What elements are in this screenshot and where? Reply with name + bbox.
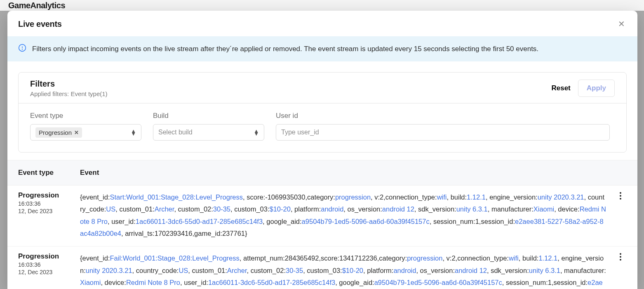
filter-user-id: User id [276,112,610,141]
event-value: android 12 [455,267,487,274]
svg-point-2 [22,49,23,49]
event-value: 1ac66011-3dc6-55d0-ad17-285e685c14f3 [136,218,263,225]
event-text: , custom_01: [188,267,227,274]
event-text: , custom_02: [247,267,286,274]
event-text: , session_num:1,session_id: [502,279,588,286]
kebab-icon[interactable] [620,192,621,200]
row-meta: Progression16:03:3612, Dec 2023 [18,252,80,275]
chevron-updown-icon: ▲▼ [131,129,136,135]
event-text: , device: [554,205,579,213]
event-text: , engine_version: [486,193,538,201]
event-text: , attempt_num:284365492,score:1341712236… [240,254,407,262]
user-id-input[interactable] [281,129,604,136]
events-table-header: Event type Event [7,160,637,186]
event-value: progression [335,193,371,201]
event-text: , v:2,connection_type: [442,254,509,262]
event-value: US [179,267,188,274]
col-header-event-type: Event type [18,169,80,177]
event-type-select[interactable]: Progression ✕ ▲▼ [30,124,141,141]
info-icon [18,44,26,54]
event-text: , manufacturer: [488,205,534,213]
build-select[interactable]: Select build ▲▼ [153,124,264,141]
row-time: 16:03:36 [18,261,80,268]
event-value: unity 2020.3.21 [538,193,584,201]
event-text: {event_id: [80,254,110,262]
background-app-bar: GameAnalytics [0,0,644,11]
event-text: , platform: [291,205,321,213]
info-banner-text: Filters only impact incoming events on t… [32,45,538,53]
row-actions [614,191,627,200]
filters-actions: Reset Apply [551,80,615,97]
modal-header: Live events ✕ [7,11,637,36]
event-value: Xiaomi [534,205,554,213]
event-text: , session_num:1,session_id: [430,218,515,225]
row-actions [614,252,627,261]
event-value: 1.12.1 [538,254,557,262]
filters-applied-label: Applied filters: Event type(1) [30,90,108,97]
event-value: 1.12.1 [467,193,486,201]
build-placeholder: Select build [158,129,193,136]
row-date: 12, Dec 2023 [18,208,80,214]
kebab-icon[interactable] [620,253,621,261]
event-text: , custom_03: [303,267,342,274]
filter-event-type: Event type Progression ✕ ▲▼ [30,112,141,141]
event-value: android [393,267,416,274]
modal-title: Live events [18,19,62,29]
filter-build-label: Build [153,112,264,120]
event-value: unity 6.3.1 [456,205,488,213]
event-value: android [321,205,343,213]
event-text: , manufacturer: [560,267,606,274]
info-banner: Filters only impact incoming events on t… [7,36,637,61]
live-events-modal: Live events ✕ Filters only impact incomi… [7,11,637,289]
event-text: , build: [447,193,467,201]
user-id-input-wrap [276,124,610,141]
event-text: , sdk_version: [414,205,456,213]
events-rows: Progression16:03:3612, Dec 2023{event_id… [7,186,637,289]
event-value: android 12 [382,205,414,213]
filters-body: Event type Progression ✕ ▲▼ Build Select… [19,103,626,152]
chip-remove-icon[interactable]: ✕ [74,129,79,136]
event-text: , country_code: [132,267,179,274]
row-time: 16:03:36 [18,200,80,207]
background-app-name: GameAnalytics [8,1,65,10]
event-text: , build: [519,254,539,262]
filters-title: Filters [30,79,108,89]
row-event-type: Progression [18,252,80,261]
event-value: Xiaomi [80,279,101,286]
event-text: , arrival_ts:1702393416,game_id:237761} [121,230,247,237]
event-text: , device: [101,279,126,286]
event-text: , v:2,connection_type: [371,193,437,201]
event-value: $10-20 [342,267,363,274]
event-value: 30-35 [213,205,230,213]
event-value: progression [407,254,442,262]
event-value: wifi [437,193,447,201]
event-value: Start:World_001:Stage_028:Level_Progress [110,193,243,201]
event-value: Redmi Note 8 Pro [126,279,180,286]
event-text: , sdk_version: [487,267,529,274]
event-value: Fail:World_001:Stage_028:Level_Progress [110,254,239,262]
event-value: a9504b79-1ed5-5096-aa6d-60a39f45157c [374,279,502,286]
event-value: US [106,205,115,213]
event-text: , user_id: [108,218,136,225]
event-value: $10-20 [270,205,291,213]
events-table: Event type Event Progression16:03:3612, … [7,160,637,289]
col-header-event: Event [80,169,610,177]
event-value: 1ac66011-3dc6-55d0-ad17-285e685c14f3 [208,279,335,286]
reset-button[interactable]: Reset [551,84,570,92]
event-text: , custom_01: [115,205,154,213]
event-text: , user_id: [180,279,208,286]
event-value: 30-35 [286,267,303,274]
event-text: , os_version: [416,267,455,274]
close-icon[interactable]: ✕ [616,18,627,30]
table-row: Progression16:03:3612, Dec 2023{event_id… [7,247,637,289]
event-value: unity 6.3.1 [529,267,560,274]
event-text: , os_version: [343,205,382,213]
event-text: , google_aid: [335,279,374,286]
event-value: wifi [509,254,519,262]
filters-card: Filters Applied filters: Event type(1) R… [18,72,627,153]
event-text: , custom_02: [174,205,213,213]
event-type-chip-text: Progression [39,129,72,136]
row-date: 12, Dec 2023 [18,269,80,275]
apply-button[interactable]: Apply [578,80,615,97]
event-text: , custom_03: [230,205,269,213]
